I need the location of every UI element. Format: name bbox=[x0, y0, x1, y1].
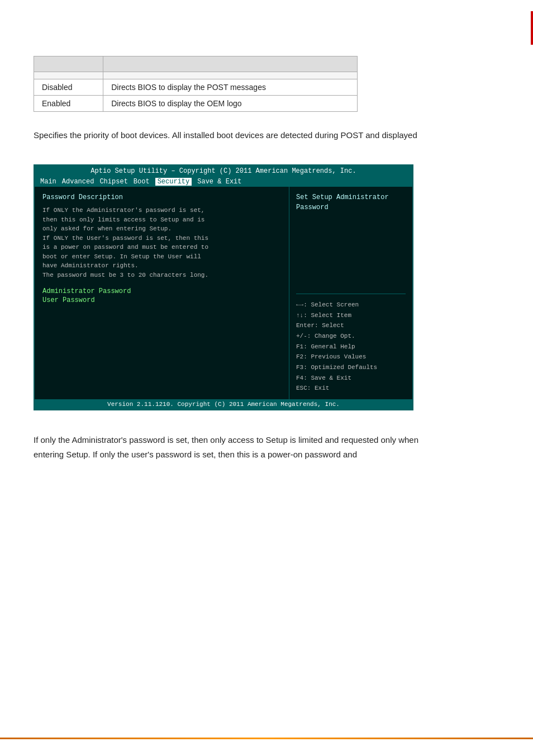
bios-footer: Version 2.11.1210. Copyright (C) 2011 Am… bbox=[35, 399, 412, 409]
table-row: Enabled Directs BIOS to display the OEM … bbox=[34, 96, 358, 112]
bios-right-panel: Set Setup AdministratorPassword ←→: Sele… bbox=[289, 187, 412, 399]
bios-body: Password Description If ONLY the Adminis… bbox=[35, 187, 412, 399]
help-f1: F1: General Help bbox=[296, 342, 406, 352]
table-row: Disabled Directs BIOS to display the POS… bbox=[34, 79, 358, 96]
table-empty-col1 bbox=[34, 72, 103, 79]
bios-left-title: Password Description bbox=[42, 193, 281, 201]
help-f2: F2: Previous Values bbox=[296, 352, 406, 362]
bottom-description: If only the Administrator's password is … bbox=[34, 433, 441, 461]
help-select-screen: ←→: Select Screen bbox=[296, 300, 406, 310]
help-f3: F3: Optimized Defaults bbox=[296, 362, 406, 373]
help-f4: F4: Save & Exit bbox=[296, 373, 406, 384]
menu-boot[interactable]: Boot bbox=[134, 178, 150, 186]
bios-screen: Aptio Setup Utility – Copyright (C) 2011… bbox=[34, 164, 413, 410]
accent-bar bbox=[531, 11, 533, 45]
bios-left-paragraph: If ONLY the Administrator's password is … bbox=[42, 206, 281, 280]
help-change-opt: +/-: Change Opt. bbox=[296, 331, 406, 342]
help-select-item: ↑↓: Select Item bbox=[296, 310, 406, 321]
menu-save-exit[interactable]: Save & Exit bbox=[197, 178, 241, 186]
bios-items-list: Administrator Password User Password bbox=[42, 287, 281, 304]
description-disabled: Directs BIOS to display the POST message… bbox=[103, 79, 358, 96]
bios-left-panel: Password Description If ONLY the Adminis… bbox=[35, 187, 289, 399]
help-esc: ESC: Exit bbox=[296, 383, 406, 394]
boot-description: Specifies the priority of boot devices. … bbox=[34, 129, 425, 142]
menu-security[interactable]: Security bbox=[155, 178, 192, 186]
bios-menu-bar[interactable]: Main Advanced Chipset Boot Security Save… bbox=[35, 177, 412, 187]
menu-advanced[interactable]: Advanced bbox=[62, 178, 94, 186]
bios-user-password[interactable]: User Password bbox=[42, 296, 281, 304]
bottom-accent-line bbox=[0, 738, 533, 739]
menu-main[interactable]: Main bbox=[40, 178, 56, 186]
option-table: Disabled Directs BIOS to display the POS… bbox=[34, 56, 358, 112]
bios-title: Aptio Setup Utility – Copyright (C) 2011… bbox=[35, 166, 412, 177]
table-header-col2 bbox=[103, 56, 358, 72]
description-enabled: Directs BIOS to display the OEM logo bbox=[103, 96, 358, 112]
option-disabled: Disabled bbox=[34, 79, 103, 96]
option-enabled: Enabled bbox=[34, 96, 103, 112]
help-enter-select: Enter: Select bbox=[296, 320, 406, 331]
bios-help-keys: ←→: Select Screen ↑↓: Select Item Enter:… bbox=[296, 294, 406, 394]
bios-right-description: Set Setup AdministratorPassword bbox=[296, 192, 406, 212]
table-header-col1 bbox=[34, 56, 103, 72]
menu-chipset[interactable]: Chipset bbox=[99, 178, 127, 186]
bios-admin-password[interactable]: Administrator Password bbox=[42, 287, 281, 295]
table-empty-col2 bbox=[103, 72, 358, 79]
